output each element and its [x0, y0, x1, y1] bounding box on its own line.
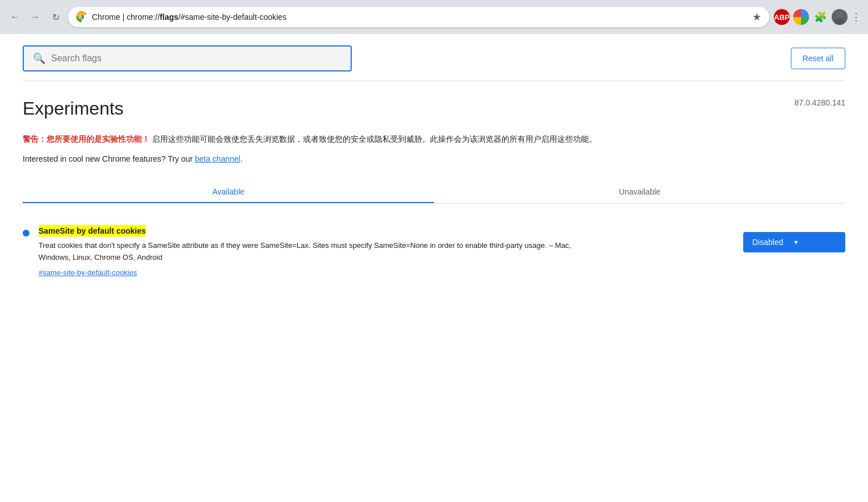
flag-description: Treat cookies that don't specify a SameS…: [39, 240, 578, 264]
flag-content: SameSite by default cookies Treat cookie…: [39, 226, 734, 277]
dropdown-label: Disabled: [752, 238, 783, 247]
bookmark-button[interactable]: ★: [752, 11, 761, 23]
tab-active-underline: [23, 202, 434, 203]
forward-button[interactable]: →: [27, 9, 43, 25]
flag-active-dot: [23, 230, 30, 237]
flag-anchor-link[interactable]: #same-site-by-default-cookies: [39, 268, 734, 277]
address-brand: Chrome: [92, 12, 120, 22]
user-avatar[interactable]: [832, 9, 848, 25]
search-bar-row: 🔍 Reset all: [23, 34, 845, 71]
beta-text-period: .: [241, 154, 243, 163]
warning-body: 启用这些功能可能会致使您丢失浏览数据，或者致使您的安全或隐私受到威胁。此操作会为…: [150, 134, 597, 144]
globe-extension-icon[interactable]: [793, 9, 809, 25]
version-text: 87.0.4280.141: [794, 98, 845, 107]
adblock-plus-icon[interactable]: ABP: [774, 9, 790, 25]
tabs-divider: [23, 203, 845, 204]
warning-label: 警告：您所要使用的是实验性功能！: [23, 134, 150, 144]
extensions-area: ABP 🧩 ⋮: [774, 9, 861, 25]
flags-list: SameSite by default cookies Treat cookie…: [23, 204, 845, 299]
beta-channel-text: Interested in cool new Chrome features? …: [23, 154, 845, 163]
back-button[interactable]: ←: [7, 9, 23, 25]
nav-bar: ← → ↻ Chrome | chrome://flags/#same-site…: [0, 0, 868, 34]
flag-item: SameSite by default cookies Treat cookie…: [23, 221, 845, 282]
reset-all-button[interactable]: Reset all: [791, 48, 845, 69]
tab-available[interactable]: Available: [23, 180, 434, 203]
chrome-logo-icon: [76, 11, 87, 23]
beta-text-prefix: Interested in cool new Chrome features? …: [23, 154, 195, 163]
tab-unavailable[interactable]: Unavailable: [434, 180, 845, 203]
svg-point-3: [837, 12, 842, 18]
flag-title: SameSite by default cookies: [39, 225, 146, 237]
extensions-puzzle-icon[interactable]: 🧩: [812, 9, 828, 25]
beta-channel-link[interactable]: beta channel: [195, 154, 240, 163]
address-url-rest: /#same-site-by-default-cookies: [178, 12, 286, 22]
experiments-header: Experiments 87.0.4280.141: [23, 98, 845, 119]
warning-text: 警告：您所要使用的是实验性功能！ 启用这些功能可能会致使您丢失浏览数据，或者致使…: [23, 133, 845, 145]
address-url-flags: flags: [160, 12, 179, 22]
browser-menu-button[interactable]: ⋮: [851, 11, 861, 23]
search-box[interactable]: 🔍: [23, 45, 352, 71]
tabs-container: Available Unavailable: [23, 180, 845, 203]
experiments-section: Experiments 87.0.4280.141 警告：您所要使用的是实验性功…: [23, 81, 845, 299]
search-input[interactable]: [51, 53, 342, 64]
experiments-title: Experiments: [23, 98, 124, 119]
search-icon: 🔍: [33, 52, 45, 65]
reload-button[interactable]: ↻: [48, 9, 64, 25]
svg-point-4: [835, 18, 845, 25]
flag-dropdown-button[interactable]: Disabled ▾: [743, 232, 845, 252]
chevron-down-icon: ▾: [794, 238, 798, 246]
address-bar[interactable]: Chrome | chrome://flags/#same-site-by-de…: [68, 7, 769, 27]
browser-chrome: ← → ↻ Chrome | chrome://flags/#same-site…: [0, 0, 868, 34]
flag-control: Disabled ▾: [743, 232, 845, 252]
address-url-plain: chrome://: [127, 12, 159, 22]
address-text: Chrome | chrome://flags/#same-site-by-de…: [92, 12, 748, 22]
page-content: 🔍 Reset all Experiments 87.0.4280.141 警告…: [0, 34, 868, 299]
flag-title-row: SameSite by default cookies: [39, 226, 734, 235]
